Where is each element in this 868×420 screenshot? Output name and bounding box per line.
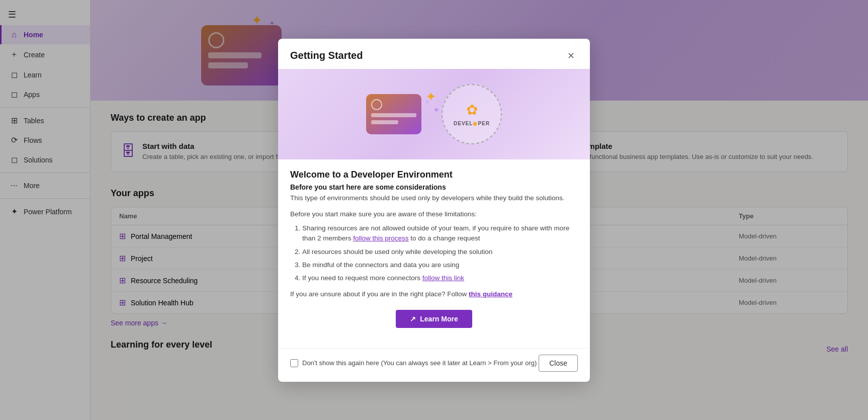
modal-overlay[interactable]: Getting Started ✕ ✦ ✦ ✦ (0, 0, 868, 420)
dont-show-again-label[interactable]: Don't show this again here (You can alwa… (290, 359, 537, 367)
mini-card-circle (371, 99, 382, 110)
list-item-2: All resources should be used only while … (302, 247, 578, 257)
developer-logo-circle: ✿ DEVEL◉PER (442, 84, 502, 144)
modal-close-x-button[interactable]: ✕ (564, 49, 578, 63)
modal-body: Welcome to a Developer Environment Befor… (278, 159, 590, 348)
modal-guidance: If you are unsure about if you are in th… (290, 289, 578, 299)
modal-considerations: Before you start here are some considera… (290, 183, 578, 191)
learn-more-icon: ↗ (410, 315, 416, 323)
modal-footer-close-button[interactable]: Close (539, 355, 578, 372)
mini-card-row-1 (371, 113, 416, 117)
modal-star-small-icon: ✦ (433, 105, 440, 115)
modal-header: Getting Started ✕ (278, 39, 590, 69)
modal-footer: Don't show this again here (You can alwa… (278, 348, 590, 382)
list-item-4-text-before: If you need to request more connectors (302, 274, 422, 282)
mini-card-row-2 (371, 120, 398, 124)
modal-mini-app-card (366, 94, 421, 134)
list-item-4: If you need to request more connectors f… (302, 273, 578, 283)
modal-limitations-list: Sharing resources are not allowed outsid… (290, 223, 578, 283)
guidance-link-text: this guidance (469, 290, 512, 298)
list-item-1-text-after: to do a change request (409, 234, 480, 242)
modal-welcome-title: Welcome to a Developer Environment (290, 170, 578, 180)
dont-show-again-checkbox[interactable] (290, 359, 298, 367)
modal-before-text: Before you start make sure you are aware… (290, 209, 578, 219)
learn-more-btn-wrapper: ↗ Learn More (290, 310, 578, 328)
developer-flower-icon: ✿ (466, 102, 478, 118)
list-item-1: Sharing resources are not allowed outsid… (302, 223, 578, 244)
modal-star-medium-icon: ✦ (424, 98, 430, 106)
dont-show-again-text: Don't show this again here (You can alwa… (302, 359, 537, 367)
follow-process-link[interactable]: follow this process (353, 234, 408, 242)
learn-more-label: Learn More (420, 315, 458, 323)
list-item-3: Be mindful of the connectors and data yo… (302, 260, 578, 270)
modal-banner: ✦ ✦ ✦ ✿ DEVEL◉PER (278, 69, 590, 159)
modal-banner-left: ✦ ✦ ✦ (366, 94, 421, 134)
modal-title: Getting Started (290, 50, 363, 61)
follow-link[interactable]: follow this link (422, 274, 464, 282)
this-guidance-link[interactable]: this guidance (469, 290, 512, 298)
modal-card-wrapper: ✦ ✦ ✦ (366, 94, 421, 134)
guidance-text-before: If you are unsure about if you are in th… (290, 290, 469, 298)
modal-intro-text: This type of environments should be used… (290, 193, 578, 203)
developer-label: DEVEL◉PER (454, 120, 490, 127)
learn-more-button[interactable]: ↗ Learn More (396, 310, 472, 328)
getting-started-modal: Getting Started ✕ ✦ ✦ ✦ (278, 39, 590, 382)
